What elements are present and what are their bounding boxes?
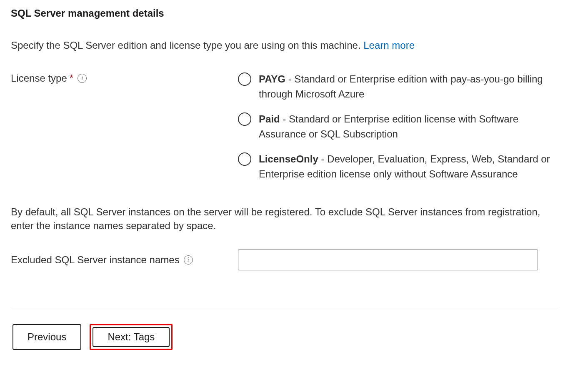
previous-button[interactable]: Previous (13, 324, 81, 350)
excluded-label: Excluded SQL Server instance names (11, 254, 180, 266)
intro-text: Specify the SQL Server edition and licen… (11, 40, 363, 51)
license-type-radio-group: PAYG - Standard or Enterprise edition wi… (238, 72, 557, 182)
license-option-name: LicenseOnly (259, 153, 318, 165)
license-option-text: LicenseOnly - Developer, Evaluation, Exp… (259, 152, 557, 182)
license-option-text: PAYG - Standard or Enterprise edition wi… (259, 72, 557, 102)
license-type-label: License type (11, 72, 67, 84)
license-type-row: License type * i PAYG - Standard or Ente… (11, 72, 557, 182)
radio-icon (238, 152, 251, 166)
radio-icon (238, 112, 251, 126)
excluded-instances-row: Excluded SQL Server instance names i (11, 250, 557, 270)
sql-server-management-section: SQL Server management details Specify th… (0, 0, 568, 362)
next-tags-button[interactable]: Next: Tags (93, 327, 170, 347)
license-option-text: Paid - Standard or Enterprise edition li… (259, 112, 557, 142)
license-option-name: PAYG (259, 73, 285, 85)
learn-more-link[interactable]: Learn more (363, 40, 415, 51)
wizard-footer: Previous Next: Tags (11, 308, 557, 362)
license-option-name: Paid (259, 113, 280, 125)
radio-icon (238, 72, 251, 86)
info-icon[interactable]: i (184, 255, 193, 265)
excluded-label-group: Excluded SQL Server instance names i (11, 254, 238, 266)
excluded-instances-input[interactable] (238, 250, 538, 270)
excluded-intro: By default, all SQL Server instances on … (11, 205, 557, 233)
license-option-paid[interactable]: Paid - Standard or Enterprise edition li… (238, 112, 557, 142)
section-title: SQL Server management details (11, 7, 557, 19)
license-option-desc: - Standard or Enterprise edition license… (259, 113, 518, 140)
license-option-desc: - Standard or Enterprise edition with pa… (259, 73, 543, 100)
info-icon[interactable]: i (78, 74, 87, 83)
license-option-licenseonly[interactable]: LicenseOnly - Developer, Evaluation, Exp… (238, 152, 557, 182)
next-button-highlight: Next: Tags (90, 324, 173, 350)
required-indicator: * (70, 72, 73, 84)
section-intro: Specify the SQL Server edition and licen… (11, 38, 557, 52)
license-option-payg[interactable]: PAYG - Standard or Enterprise edition wi… (238, 72, 557, 102)
license-type-label-group: License type * i (11, 72, 238, 84)
